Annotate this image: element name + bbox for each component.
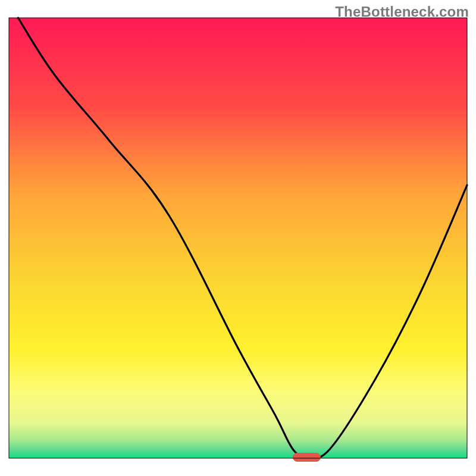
plot-background: [9, 18, 467, 458]
bottleneck-chart: TheBottleneck.com: [0, 0, 476, 476]
chart-svg: [0, 0, 476, 476]
optimum-marker: [293, 453, 320, 462]
